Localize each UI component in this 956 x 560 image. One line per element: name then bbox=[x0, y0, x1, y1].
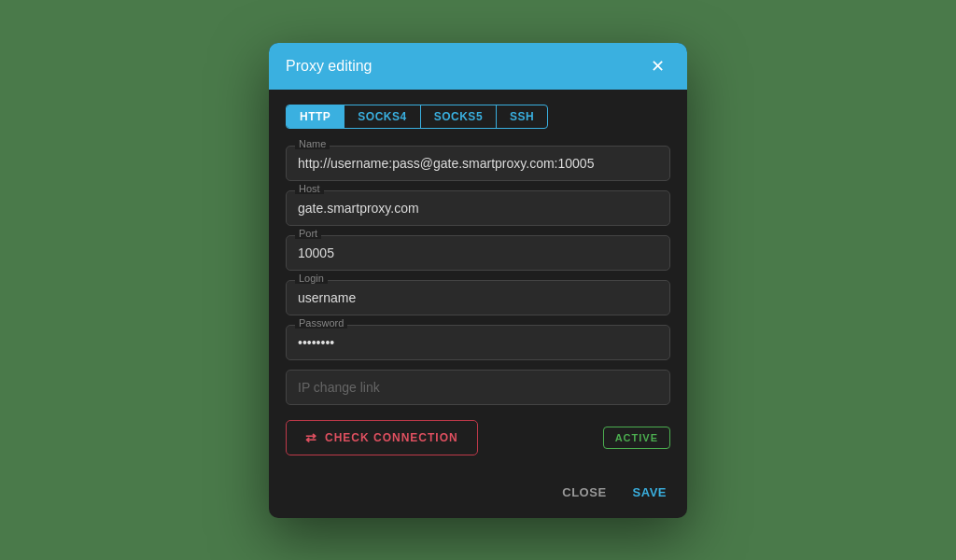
refresh-icon: ⇄ bbox=[305, 430, 317, 445]
name-input[interactable] bbox=[286, 146, 670, 181]
host-field-group: Host bbox=[286, 190, 670, 226]
modal-header: Proxy editing ✕ bbox=[269, 43, 687, 90]
proxy-editing-modal: Proxy editing ✕ HTTP SOCKS4 SOCKS5 SSH N… bbox=[269, 43, 687, 518]
close-icon-button[interactable]: ✕ bbox=[645, 56, 670, 77]
bottom-row: ⇄ CHECK CONNECTION ACTIVE bbox=[286, 420, 670, 455]
name-label: Name bbox=[295, 138, 330, 149]
password-input[interactable] bbox=[286, 325, 670, 360]
name-field-group: Name bbox=[286, 146, 670, 181]
tab-http[interactable]: HTTP bbox=[287, 105, 344, 128]
login-label: Login bbox=[295, 273, 328, 284]
host-label: Host bbox=[295, 183, 324, 194]
close-button[interactable]: CLOSE bbox=[558, 482, 610, 503]
active-badge: ACTIVE bbox=[603, 427, 670, 449]
port-input[interactable] bbox=[286, 235, 670, 271]
tab-socks4[interactable]: SOCKS4 bbox=[344, 105, 420, 128]
port-field-group: Port bbox=[286, 235, 670, 271]
protocol-tabs: HTTP SOCKS4 SOCKS5 SSH bbox=[286, 105, 548, 129]
tab-socks5[interactable]: SOCKS5 bbox=[421, 105, 497, 128]
password-label: Password bbox=[295, 317, 347, 329]
host-input[interactable] bbox=[286, 190, 670, 226]
port-label: Port bbox=[295, 228, 321, 239]
modal-body: HTTP SOCKS4 SOCKS5 SSH Name Host Port Lo… bbox=[269, 90, 687, 470]
modal-footer: CLOSE SAVE bbox=[269, 470, 687, 518]
ip-change-input[interactable] bbox=[286, 370, 670, 405]
save-button[interactable]: SAVE bbox=[629, 482, 670, 503]
tab-ssh[interactable]: SSH bbox=[497, 105, 547, 128]
check-connection-button[interactable]: ⇄ CHECK CONNECTION bbox=[286, 420, 478, 455]
login-input[interactable] bbox=[286, 280, 670, 315]
password-field-group: Password bbox=[286, 325, 670, 360]
login-field-group: Login bbox=[286, 280, 670, 315]
check-connection-label: CHECK CONNECTION bbox=[325, 431, 458, 444]
modal-title: Proxy editing bbox=[286, 58, 373, 75]
ip-change-field-group bbox=[286, 370, 670, 405]
